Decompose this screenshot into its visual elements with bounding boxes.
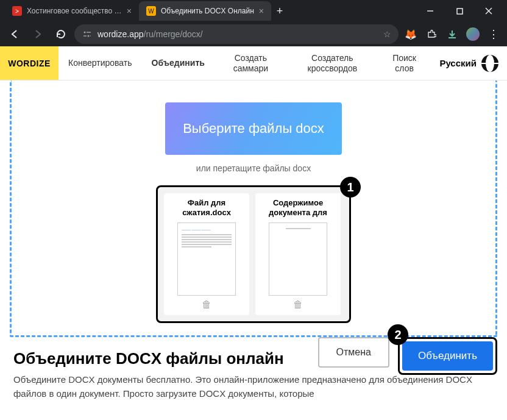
arrow-right-icon — [32, 29, 43, 40]
nav-convert[interactable]: Конвертировать — [58, 46, 142, 80]
address-bar[interactable]: wordize.app/ru/merge/docx/ ☆ — [74, 24, 399, 44]
svg-rect-1 — [457, 9, 463, 14]
minimize-button[interactable] — [417, 1, 444, 21]
url-domain: wordize.app — [98, 29, 144, 39]
svg-point-6 — [88, 35, 90, 37]
cancel-button[interactable]: Отмена — [318, 337, 389, 368]
file-list: Файл для сжатия.docx ——— ——— ——— 🗑 Содер… — [156, 185, 351, 323]
extensions-button[interactable] — [423, 26, 440, 43]
language-label: Русский — [439, 58, 477, 68]
page-preview: ——— ——— ——— — [177, 222, 236, 296]
downloads-button[interactable] — [444, 26, 461, 43]
dropzone[interactable]: Выберите файлы docx или перетащите файлы… — [10, 80, 497, 337]
back-button[interactable] — [5, 24, 24, 44]
language-selector[interactable]: Русский — [431, 46, 507, 80]
browser-tab-1[interactable]: > Хостинговое сообщество «Tim × — [5, 1, 139, 21]
forward-button[interactable] — [28, 24, 48, 44]
maximize-icon — [456, 8, 463, 15]
extension-metamask-icon[interactable]: 🦊 — [402, 26, 419, 43]
page-description: Объедините DOCX документы бесплатно. Это… — [13, 373, 494, 400]
close-window-button[interactable] — [475, 1, 502, 21]
menu-button[interactable]: ⋮ — [485, 26, 502, 43]
tab-strip: > Хостинговое сообщество «Tim × W Объеди… — [0, 0, 507, 22]
reload-button[interactable] — [51, 24, 71, 44]
nav-wordsearch[interactable]: Поиск слов — [378, 46, 431, 80]
profile-avatar[interactable] — [464, 26, 481, 43]
file-card[interactable]: Файл для сжатия.docx ——— ——— ——— 🗑 — [164, 193, 249, 315]
merge-button-highlight: 2 Объединить — [398, 337, 497, 375]
download-icon — [447, 29, 457, 39]
star-icon[interactable]: ☆ — [383, 29, 391, 39]
favicon-icon: W — [146, 6, 156, 16]
file-name: Файл для сжатия.docx — [169, 198, 244, 219]
puzzle-icon — [427, 29, 436, 39]
drag-hint: или перетащите файлы docx — [24, 163, 483, 173]
nav-merge[interactable]: Объединить — [142, 46, 214, 80]
globe-icon — [481, 55, 498, 72]
url-path: /ru/merge/docx/ — [144, 29, 203, 39]
merge-button[interactable]: Объединить — [402, 341, 493, 371]
tab-title: Хостинговое сообщество «Tim — [27, 7, 122, 15]
page-preview — [269, 222, 327, 296]
file-card[interactable]: Содержимое документа для 🗑 — [255, 193, 341, 315]
choose-files-button[interactable]: Выберите файлы docx — [165, 102, 342, 155]
new-tab-button[interactable]: + — [271, 2, 288, 20]
arrow-left-icon — [9, 29, 20, 40]
site-header: WORDIZE Конвертировать Объединить Создат… — [0, 46, 507, 80]
trash-icon[interactable]: 🗑 — [202, 299, 211, 310]
nav-summary[interactable]: Создать саммари — [214, 46, 287, 80]
file-name: Содержимое документа для — [260, 198, 336, 219]
reload-icon — [55, 29, 66, 40]
browser-toolbar: wordize.app/ru/merge/docx/ ☆ 🦊 ⋮ — [0, 22, 507, 46]
svg-point-4 — [84, 32, 86, 34]
tab-title: Объединить DOCX Онлайн — [161, 7, 254, 15]
annotation-badge-2: 2 — [388, 324, 408, 345]
maximize-button[interactable] — [446, 1, 473, 21]
close-icon — [485, 7, 492, 15]
site-settings-icon[interactable] — [82, 29, 93, 40]
minimize-icon — [427, 7, 434, 15]
annotation-badge-1: 1 — [340, 177, 361, 198]
close-icon[interactable]: × — [127, 6, 132, 16]
close-icon[interactable]: × — [259, 6, 264, 16]
browser-tab-2[interactable]: W Объединить DOCX Онлайн × — [139, 1, 271, 21]
favicon-icon: > — [12, 6, 22, 16]
nav-crossword[interactable]: Создатель кроссвордов — [287, 46, 378, 80]
trash-icon[interactable]: 🗑 — [293, 299, 303, 310]
logo[interactable]: WORDIZE — [0, 46, 58, 80]
